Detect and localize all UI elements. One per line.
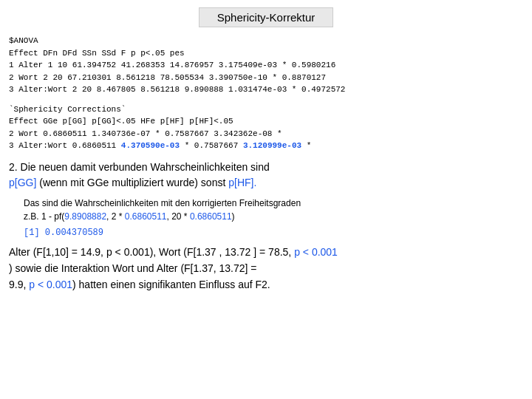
note-line2: z.B. 1 - pf(9.8908882, 2 * 0.6860511, 20… — [24, 210, 523, 223]
sphericity-header: `Sphericity Corrections` — [9, 103, 523, 116]
note-val2: 0.6860511 — [125, 211, 167, 222]
anova-row-1: 1 Alter 1 10 61.394752 41.268353 14.8769… — [9, 59, 523, 72]
sphericity-highlight1: 4.370590e-03 — [121, 141, 180, 150]
note-val3: 0.6860511 — [190, 211, 232, 222]
title-box: Sphericity-Korrektur — [9, 7, 523, 27]
result-code: [1] 0.004370589 — [24, 228, 523, 238]
desc-line2: p[GG] (wenn mit GGe multipliziert wurde)… — [9, 175, 523, 191]
note-comma2: , 20 * — [167, 211, 190, 222]
page-container: Sphericity-Korrektur $ANOVA Effect DFn D… — [0, 0, 532, 399]
note-val1: 9.8908882 — [64, 211, 106, 222]
sphericity-row-1: 2 Wort 0.6860511 1.340736e-07 * 0.758766… — [9, 128, 523, 140]
note-comma1: , 2 * — [106, 211, 125, 222]
note-prefix: z.B. 1 - pf( — [24, 211, 64, 222]
anova-col-header: Effect DFn DFd SSn SSd F p p<.05 pes — [9, 47, 523, 60]
conclusion-line3: 9.9, p < 0.001) hatten einen signifikant… — [9, 276, 523, 293]
anova-section: $ANOVA Effect DFn DFd SSn SSd F p p<.05 … — [9, 35, 523, 96]
desc-pHF: p[HF]. — [228, 177, 256, 188]
result-value: 0.004370589 — [40, 228, 103, 238]
sphericity-row2-star: * — [301, 141, 311, 150]
sphericity-row2-text: 3 Alter:Wort 0.6860511 — [9, 141, 121, 150]
sphericity-section: `Sphericity Corrections` Effect GGe p[GG… — [9, 103, 523, 152]
concl-p2-label: p < 0.001 — [29, 279, 72, 290]
conclusion-line2: ) sowie die Interaktion Wort und Alter (… — [9, 260, 523, 276]
anova-row-3: 3 Alter:Wort 2 20 8.467805 8.561218 9.89… — [9, 83, 523, 96]
note-close: ) — [232, 211, 235, 222]
concl-p1-val: 0.001 — [312, 246, 338, 258]
sphericity-row1-text: 2 Wort 0.6860511 1.340736e-07 * 0.758766… — [9, 129, 282, 138]
anova-header: $ANOVA — [9, 35, 523, 47]
concl-line3-end: ) hatten einen signifikanten Einfluss au… — [72, 279, 270, 290]
desc-line1-text: 2. Die neuen damit verbunden Wahrscheinl… — [9, 161, 270, 173]
sphericity-col-header: Effect GGe p[GG] p[GG]<.05 HFe p[HF] p[H… — [9, 115, 523, 128]
sphericity-row-2: 3 Alter:Wort 0.6860511 4.370590e-03 * 0.… — [9, 140, 523, 152]
sphericity-highlight2: 3.120999e-03 — [243, 141, 301, 150]
conclusion-line1: Alter (F[1,10] = 14.9, p < 0.001), Wort … — [9, 244, 523, 260]
result-label: [1] — [24, 228, 40, 238]
desc-line2-mid: (wenn mit GGe multipliziert wurde) sonst — [36, 177, 228, 188]
conclusion-section: Alter (F[1,10] = 14.9, p < 0.001), Wort … — [9, 244, 523, 293]
note-section: Das sind die Wahrscheinlichkeiten mit de… — [24, 197, 523, 223]
page-title: Sphericity-Korrektur — [199, 7, 334, 27]
concl-p1-label: p < — [294, 246, 309, 258]
desc-pGG: p[GG] — [9, 177, 36, 188]
sphericity-row2-end: * 0.7587667 — [180, 141, 243, 150]
description-section: 2. Die neuen damit verbunden Wahrscheinl… — [9, 160, 523, 191]
desc-line1: 2. Die neuen damit verbunden Wahrscheinl… — [9, 160, 523, 175]
concl-line3-text: 9.9, — [9, 279, 29, 290]
concl-before1: Alter (F[1,10] = 14.9, p < 0.001), Wort … — [9, 246, 294, 258]
note-line1: Das sind die Wahrscheinlichkeiten mit de… — [24, 197, 523, 210]
concl-line2-text: ) sowie die Interaktion Wort und Alter (… — [9, 262, 257, 274]
anova-row-2: 2 Wort 2 20 67.210301 8.561218 78.505534… — [9, 72, 523, 84]
